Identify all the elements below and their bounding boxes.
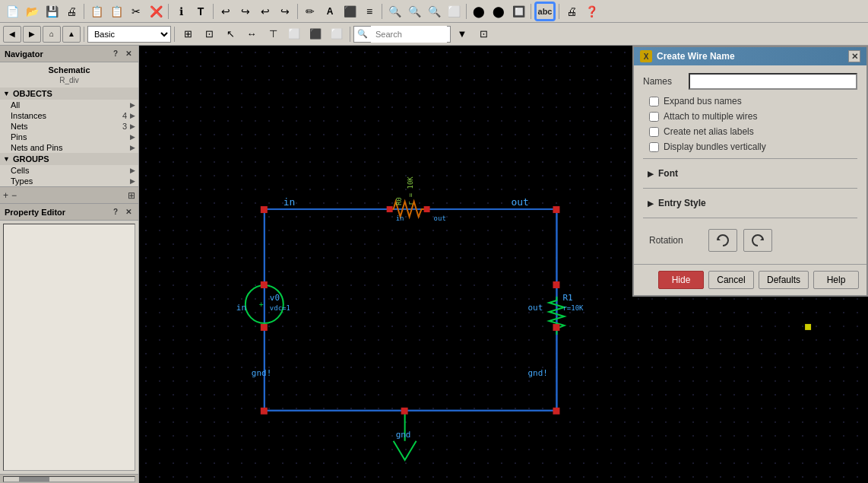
create-net-alias-row: Create net alias labels: [643, 126, 857, 137]
remove-item-btn[interactable]: −: [11, 190, 17, 201]
scrollbar-track[interactable]: [3, 476, 135, 482]
fill-btn[interactable]: ⬛: [306, 26, 325, 43]
tree-item-nets[interactable]: Nets 3 ▶: [0, 121, 138, 132]
nav-back-btn[interactable]: ◀: [3, 26, 21, 43]
objects-section[interactable]: ▼ OBJECTS: [0, 87, 138, 100]
all-chevron: ▶: [130, 101, 135, 109]
help-dialog-btn[interactable]: Help: [813, 271, 859, 289]
rect-btn[interactable]: ⬜: [284, 26, 304, 43]
property-scrollbar[interactable]: [0, 474, 138, 483]
delete-btn[interactable]: ❌: [147, 2, 165, 21]
tree-item-all[interactable]: All ▶: [0, 100, 138, 110]
select-btn[interactable]: ↖: [220, 26, 240, 43]
attach-multiple-checkbox[interactable]: [649, 112, 659, 122]
undo2-btn[interactable]: ↩: [256, 2, 274, 21]
move-btn[interactable]: ↔: [242, 26, 261, 43]
wave-btn[interactable]: 🔲: [509, 2, 527, 21]
copy-btn[interactable]: 📋: [87, 2, 106, 21]
print-btn[interactable]: 🖨: [62, 2, 81, 21]
groups-section[interactable]: ▼ GROUPS: [0, 153, 138, 165]
open-btn[interactable]: 📂: [23, 2, 41, 21]
property-editor-close-icon[interactable]: ✕: [123, 207, 134, 218]
svg-text:gnd!: gnd!: [252, 368, 271, 378]
undo-btn[interactable]: ↩: [217, 2, 235, 21]
tree-item-cells[interactable]: Cells ▶: [0, 165, 138, 176]
zoom-out-btn[interactable]: 🔍: [405, 2, 423, 21]
text-btn[interactable]: T: [192, 2, 210, 21]
instances-count: 4: [122, 111, 127, 120]
tree-item-all-label: All: [11, 100, 20, 110]
annotate-btn[interactable]: A: [321, 2, 339, 21]
paste-btn[interactable]: 📋: [107, 2, 125, 21]
dialog-close-btn[interactable]: ✕: [848, 50, 860, 62]
tree-item-types-right: ▶: [130, 177, 135, 185]
groups-label: GROUPS: [13, 154, 49, 164]
entry-style-section[interactable]: ▶ Entry Style: [643, 195, 857, 211]
navigator-close-icon[interactable]: ✕: [123, 49, 134, 59]
print2-btn[interactable]: 🖨: [562, 2, 581, 21]
sep6: [466, 4, 467, 19]
tree-item-cells-label: Cells: [11, 166, 29, 175]
help-toolbar-btn[interactable]: ❓: [582, 2, 600, 21]
search-dropdown-btn[interactable]: ▼: [452, 26, 472, 43]
svg-rect-27: [261, 324, 268, 331]
cut-btn[interactable]: ✂: [127, 2, 145, 21]
search-input[interactable]: [371, 26, 447, 43]
tree-item-nets-pins[interactable]: Nets and Pins ▶: [0, 142, 138, 153]
nav-home-btn[interactable]: ⌂: [43, 26, 61, 43]
objects-label: OBJECTS: [13, 89, 52, 98]
scheme-dropdown[interactable]: Basic: [87, 26, 171, 43]
add-item-btn[interactable]: +: [3, 190, 8, 201]
canvas-area[interactable]: in out R0 r = 10K + v0 vdc=1 in: [139, 46, 868, 483]
nav-forward-btn[interactable]: ▶: [23, 26, 41, 43]
navigator-settings-btn[interactable]: ⊞: [128, 190, 135, 201]
tree-item-pins[interactable]: Pins ▶: [0, 132, 138, 142]
schematic-subtitle: R_div: [0, 76, 138, 87]
font-section[interactable]: ▶ Font: [643, 165, 857, 182]
rotate-cw-btn[interactable]: [743, 229, 772, 252]
save-btn[interactable]: 💾: [43, 2, 61, 21]
tree-item-instances[interactable]: Instances 4 ▶: [0, 110, 138, 121]
cancel-btn[interactable]: Cancel: [708, 271, 754, 289]
zoom-box-btn[interactable]: ⬜: [445, 2, 463, 21]
property-editor-help-icon[interactable]: ?: [110, 207, 121, 218]
sep10: [174, 27, 175, 42]
display-bundles-checkbox[interactable]: [649, 142, 659, 152]
create-net-alias-checkbox[interactable]: [649, 127, 659, 137]
navigator-help-icon[interactable]: ?: [110, 49, 121, 59]
hierarchy-btn[interactable]: ≡: [360, 2, 379, 21]
sep2: [168, 4, 169, 19]
navigator-panel: Navigator ? ✕ Schematic R_div ▼ OBJECTS …: [0, 46, 138, 204]
rotate-ccw-btn[interactable]: [708, 229, 737, 252]
expand-bus-checkbox[interactable]: [649, 97, 659, 106]
prop-btn[interactable]: ⬜: [327, 26, 347, 43]
defaults-btn[interactable]: Defaults: [759, 271, 809, 289]
hide-btn[interactable]: Hide: [658, 271, 704, 289]
wire-btn[interactable]: ⊤: [263, 26, 283, 43]
scrollbar-thumb[interactable]: [19, 477, 49, 481]
redo-btn[interactable]: ↪: [236, 2, 255, 21]
redo2-btn[interactable]: ↪: [276, 2, 294, 21]
nav-up-btn[interactable]: ▲: [62, 26, 81, 43]
names-input[interactable]: [689, 73, 857, 90]
zoom-in-btn[interactable]: 🔍: [385, 2, 404, 21]
info-btn[interactable]: ℹ: [172, 2, 190, 21]
svg-text:gnd: gnd: [396, 430, 411, 440]
svg-text:out: out: [511, 196, 528, 208]
marker-btn[interactable]: ⬤: [470, 2, 488, 21]
grid2-btn[interactable]: ⊡: [199, 26, 219, 43]
grid-btn[interactable]: ⊞: [178, 26, 198, 43]
draw-btn[interactable]: ✏: [301, 2, 319, 21]
wire-name-btn[interactable]: abc: [534, 2, 556, 21]
zoom-fit-btn[interactable]: 🔍: [425, 2, 443, 21]
tree-item-cells-right: ▶: [130, 167, 135, 174]
block-btn[interactable]: ⬛: [341, 2, 359, 21]
tree-item-types[interactable]: Types ▶: [0, 176, 138, 186]
navigator-bottom-bar: + − ⊞: [0, 186, 138, 203]
sep4: [297, 4, 298, 19]
dialog-title-text: Create Wire Name: [657, 51, 735, 62]
svg-text:in: in: [236, 303, 246, 313]
search-opts-btn[interactable]: ⊡: [474, 26, 493, 43]
probe-btn[interactable]: ⬤: [489, 2, 508, 21]
new-btn[interactable]: 📄: [3, 2, 21, 21]
